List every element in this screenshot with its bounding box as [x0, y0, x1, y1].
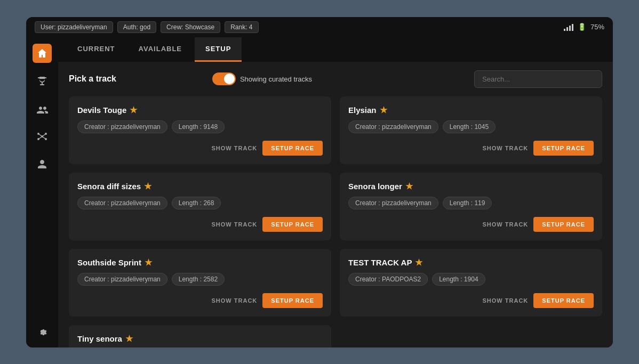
- track-title-test-track-ap: TEST TRACK AP ★: [348, 257, 594, 268]
- auth-badge: Auth: god: [117, 21, 156, 33]
- signal-icon: [564, 23, 573, 31]
- track-actions-senora-diff: SHOW TRACK SETUP RACE: [77, 217, 323, 232]
- track-title-senora-longer: Senora longer ★: [348, 181, 594, 191]
- track-card-senora-diff: Senora diff sizes ★ Creator : pizzadeliv…: [69, 173, 331, 240]
- creator-badge: Creator : pizzadeliveryman: [348, 120, 438, 133]
- tab-setup[interactable]: SETUP: [195, 37, 242, 62]
- toggle-area: Showing curated tracks: [212, 72, 312, 85]
- rank-badge: Rank: 4: [225, 21, 258, 33]
- curated-toggle[interactable]: [212, 72, 236, 85]
- sidebar-icon-trophy[interactable]: [33, 71, 52, 91]
- main-area: CURRENT AVAILABLE SETUP Pick a track Sho…: [26, 37, 613, 347]
- battery-percent: 75%: [590, 23, 604, 31]
- track-actions-southside-sprint: SHOW TRACK SETUP RACE: [77, 293, 323, 308]
- track-card-devils-touge: Devils Touge ★ Creator : pizzadeliveryma…: [69, 96, 331, 164]
- sidebar-icon-home[interactable]: [33, 44, 52, 63]
- track-title-devils-touge: Devils Touge ★: [77, 105, 323, 115]
- length-badge: Length : 1045: [443, 120, 496, 133]
- show-track-button[interactable]: SHOW TRACK: [483, 221, 529, 228]
- star-icon: ★: [130, 105, 137, 115]
- status-bar: User: pizzadeliveryman Auth: god Crew: S…: [26, 17, 613, 37]
- sidebar: [26, 37, 58, 347]
- user-badge: User: pizzadeliveryman: [35, 21, 113, 33]
- track-title-elysian: Elysian ★: [348, 105, 594, 115]
- length-badge: Length : 9148: [172, 120, 225, 133]
- track-actions-senora-longer: SHOW TRACK SETUP RACE: [348, 217, 594, 232]
- toggle-knob: [224, 74, 235, 84]
- track-card-tiny-senora: Tiny senora ★: [69, 325, 331, 347]
- show-track-button[interactable]: SHOW TRACK: [212, 297, 258, 304]
- tab-available[interactable]: AVAILABLE: [128, 37, 193, 62]
- length-badge: Length : 1904: [432, 273, 485, 286]
- track-area-header: Pick a track Showing curated tracks: [69, 70, 602, 88]
- track-card-senora-longer: Senora longer ★ Creator : pizzadeliverym…: [340, 173, 602, 240]
- creator-badge: Creator : pizzadeliveryman: [77, 120, 167, 133]
- sidebar-icon-friends[interactable]: [33, 155, 52, 174]
- app-window: User: pizzadeliveryman Auth: god Crew: S…: [26, 17, 613, 347]
- show-track-button[interactable]: SHOW TRACK: [212, 145, 258, 151]
- length-badge: Length : 2582: [172, 273, 225, 286]
- toggle-label: Showing curated tracks: [240, 75, 312, 83]
- track-grid: Devils Touge ★ Creator : pizzadeliveryma…: [69, 96, 602, 347]
- track-meta-test-track-ap: Creator : PAODPOAS2 Length : 1904: [348, 273, 594, 286]
- length-badge: Length : 119: [443, 197, 492, 209]
- star-icon: ★: [415, 257, 422, 268]
- track-actions-elysian: SHOW TRACK SETUP RACE: [348, 141, 594, 156]
- content-panel: CURRENT AVAILABLE SETUP Pick a track Sho…: [58, 37, 613, 347]
- length-badge: Length : 268: [172, 197, 221, 209]
- show-track-button[interactable]: SHOW TRACK: [483, 297, 529, 304]
- star-icon: ★: [144, 181, 151, 191]
- show-track-button[interactable]: SHOW TRACK: [483, 145, 529, 151]
- sidebar-icon-group[interactable]: [33, 99, 52, 118]
- svg-line-5: [38, 134, 42, 136]
- track-actions-test-track-ap: SHOW TRACK SETUP RACE: [348, 293, 594, 308]
- track-title-senora-diff: Senora diff sizes ★: [77, 181, 323, 191]
- track-actions-devils-touge: SHOW TRACK SETUP RACE: [77, 141, 323, 156]
- sidebar-icon-settings[interactable]: [33, 322, 52, 341]
- svg-line-6: [42, 134, 46, 136]
- creator-badge: Creator : pizzadeliveryman: [77, 273, 167, 286]
- creator-badge: Creator : PAODPOAS2: [348, 273, 428, 286]
- star-icon: ★: [145, 257, 152, 268]
- setup-race-button[interactable]: SETUP RACE: [533, 217, 594, 232]
- star-icon: ★: [380, 105, 387, 115]
- status-bar-left: User: pizzadeliveryman Auth: god Crew: S…: [35, 21, 259, 33]
- setup-race-button[interactable]: SETUP RACE: [533, 293, 594, 308]
- track-area: Pick a track Showing curated tracks: [58, 62, 613, 347]
- track-card-test-track-ap: TEST TRACK AP ★ Creator : PAODPOAS2 Leng…: [340, 249, 602, 317]
- creator-badge: Creator : pizzadeliveryman: [77, 197, 167, 209]
- star-icon: ★: [125, 334, 133, 344]
- track-meta-senora-diff: Creator : pizzadeliveryman Length : 268: [77, 197, 323, 209]
- svg-line-8: [42, 136, 46, 139]
- crew-badge: Crew: Showcase: [161, 21, 220, 33]
- track-title-tiny-senora: Tiny senora ★: [77, 334, 323, 344]
- tab-bar: CURRENT AVAILABLE SETUP: [58, 37, 613, 62]
- track-card-elysian: Elysian ★ Creator : pizzadeliveryman Len…: [340, 96, 602, 164]
- setup-race-button[interactable]: SETUP RACE: [262, 141, 323, 156]
- setup-race-button[interactable]: SETUP RACE: [533, 141, 594, 156]
- track-meta-southside-sprint: Creator : pizzadeliveryman Length : 2582: [77, 273, 323, 286]
- track-card-southside-sprint: Southside Sprint ★ Creator : pizzadelive…: [69, 249, 331, 317]
- tab-current[interactable]: CURRENT: [67, 37, 126, 62]
- track-meta-elysian: Creator : pizzadeliveryman Length : 1045: [348, 120, 594, 133]
- svg-line-7: [38, 136, 42, 139]
- star-icon: ★: [405, 181, 413, 191]
- creator-badge: Creator : pizzadeliveryman: [348, 197, 438, 209]
- show-track-button[interactable]: SHOW TRACK: [212, 221, 258, 228]
- track-title-southside-sprint: Southside Sprint ★: [77, 257, 323, 268]
- setup-race-button[interactable]: SETUP RACE: [262, 293, 323, 308]
- setup-race-button[interactable]: SETUP RACE: [262, 217, 323, 232]
- track-meta-senora-longer: Creator : pizzadeliveryman Length : 119: [348, 197, 594, 209]
- status-bar-right: 🔋 75%: [564, 23, 604, 31]
- track-meta-devils-touge: Creator : pizzadeliveryman Length : 9148: [77, 120, 323, 133]
- pick-track-label: Pick a track: [69, 74, 116, 84]
- sidebar-icon-network[interactable]: [33, 127, 52, 146]
- search-input[interactable]: [474, 70, 602, 88]
- battery-icon: 🔋: [578, 23, 586, 31]
